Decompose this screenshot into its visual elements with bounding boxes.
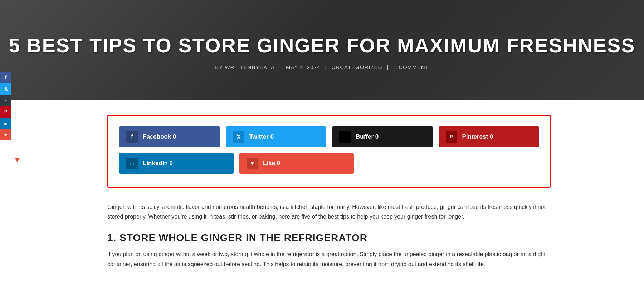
linkedin-icon: in xyxy=(4,121,8,125)
sidebar-like-button[interactable]: ♥ xyxy=(0,129,11,140)
section-1-heading: 1. STORE WHOLE GINGER IN THE REFRIGERATO… xyxy=(107,232,551,244)
like-share-icon: ♥ xyxy=(247,158,258,169)
pinterest-label: Pinterest 0 xyxy=(462,133,493,140)
pinterest-icon: P xyxy=(4,109,7,114)
sidebar-twitter-button[interactable]: 𝕏 xyxy=(0,83,11,95)
post-category: UNCATEGORIZED xyxy=(332,64,382,70)
sidebar-social: f 𝕏 ≡ P in ♥ xyxy=(0,72,11,140)
sidebar-buffer-button[interactable]: ≡ xyxy=(0,95,11,106)
hero-section: 5 BEST TIPS TO STORE GINGER FOR MAXIMUM … xyxy=(0,0,644,100)
like-label: Like 0 xyxy=(263,160,280,167)
facebook-icon: f xyxy=(5,75,7,80)
facebook-share-icon: f xyxy=(126,131,138,143)
article-intro: Ginger, with its spicy, aromatic flavor … xyxy=(107,202,551,221)
share-facebook-button[interactable]: f Facebook 0 xyxy=(119,126,220,147)
buffer-label: Buffer 0 xyxy=(356,133,379,140)
sidebar-facebook-button[interactable]: f xyxy=(0,72,11,83)
post-date: MAY 4, 2024 xyxy=(286,64,320,70)
share-buffer-button[interactable]: ≡ Buffer 0 xyxy=(332,126,433,147)
meta-separator-1: | xyxy=(279,64,283,70)
share-row-2: in LinkedIn 0 ♥ Like 0 xyxy=(119,153,539,174)
post-author: BY WRITTENBYEKTA xyxy=(215,64,274,70)
linkedin-label: LinkedIn 0 xyxy=(143,160,173,167)
twitter-label: Twitter 0 xyxy=(249,133,274,140)
buffer-icon: ≡ xyxy=(5,99,7,102)
linkedin-share-icon: in xyxy=(126,158,138,169)
page-title: 5 BEST TIPS TO STORE GINGER FOR MAXIMUM … xyxy=(9,34,635,57)
post-meta: BY WRITTENBYEKTA | MAY 4, 2024 | UNCATEG… xyxy=(214,64,430,70)
section-1-body: If you plan on using ginger within a wee… xyxy=(107,249,551,269)
post-comments: 1 COMMENT xyxy=(394,64,429,70)
meta-separator-3: | xyxy=(387,64,391,70)
share-like-button[interactable]: ♥ Like 0 xyxy=(239,153,354,174)
pinterest-share-icon: P xyxy=(446,131,457,143)
share-row-1: f Facebook 0 𝕏 Twitter 0 ≡ Buffer 0 P Pi… xyxy=(119,126,539,147)
twitter-icon: 𝕏 xyxy=(4,86,8,92)
share-pinterest-button[interactable]: P Pinterest 0 xyxy=(439,126,540,147)
share-twitter-button[interactable]: 𝕏 Twitter 0 xyxy=(226,126,327,147)
main-content: f Facebook 0 𝕏 Twitter 0 ≡ Buffer 0 P Pi… xyxy=(72,100,572,283)
sidebar-linkedin-button[interactable]: in xyxy=(0,118,11,129)
twitter-share-icon: 𝕏 xyxy=(233,131,244,143)
facebook-label: Facebook 0 xyxy=(143,133,176,140)
meta-separator-2: | xyxy=(325,64,328,70)
arrow-annotation xyxy=(13,140,20,162)
share-box: f Facebook 0 𝕏 Twitter 0 ≡ Buffer 0 P Pi… xyxy=(107,115,551,188)
buffer-share-icon: ≡ xyxy=(339,131,351,143)
share-linkedin-button[interactable]: in LinkedIn 0 xyxy=(119,153,234,174)
heart-icon: ♥ xyxy=(4,132,7,138)
sidebar-pinterest-button[interactable]: P xyxy=(0,106,11,118)
